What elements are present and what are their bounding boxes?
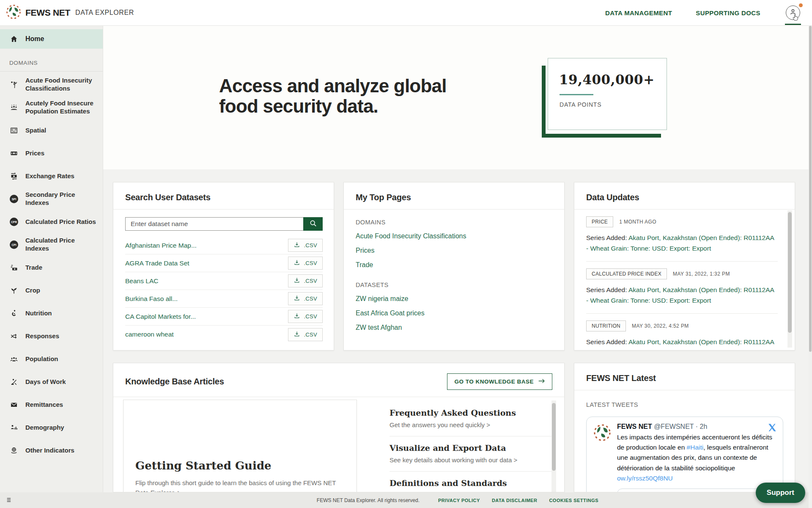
csv-download-button[interactable]: .CSV (288, 257, 323, 270)
search-icon (309, 219, 317, 229)
article-item-faq[interactable]: Frequently Asked Questions Get the answe… (390, 401, 551, 436)
card-scrollbar[interactable] (787, 210, 792, 348)
sidebar-item-home[interactable]: Home (0, 29, 103, 49)
sidebar-item-exchange-rates[interactable]: Exchange Rates (0, 165, 103, 188)
data-updates-title: Data Updates (586, 193, 639, 202)
sidebar-item-calculated-price-indexes[interactable]: CPI Calculated Price Indexes (0, 233, 103, 256)
knowledge-article-list: Frequently Asked Questions Get the answe… (390, 401, 551, 492)
article-item-visualize-export[interactable]: Visualize and Export Data See key detail… (390, 436, 551, 472)
sidebar-item-spatial[interactable]: Spatial (0, 119, 103, 142)
getting-started-guide-card[interactable]: Getting Started Guide Flip through this … (123, 400, 357, 492)
responses-icon (9, 332, 19, 340)
update-category-badge: NUTRITION (586, 320, 626, 331)
article-item-definitions-standards[interactable]: Definitions and Standards (390, 472, 551, 492)
x-logo-icon[interactable] (768, 423, 777, 434)
sidebar-item-trade[interactable]: Trade (0, 256, 103, 279)
footer-link-privacy-policy[interactable]: PRIVACY POLICY (438, 498, 480, 503)
footer-bar: FEWS NET Data Explorer. All rights reser… (0, 492, 812, 508)
dataset-row: AGRA Trade Data Set .CSV (125, 254, 323, 272)
data-points-stat-card: 19,400,000+ DATA POINTS (548, 58, 667, 130)
population-estimates-icon (9, 103, 19, 112)
stat-label: DATA POINTS (560, 101, 667, 108)
tweet-author[interactable]: FEWS NET (617, 423, 652, 430)
guide-cover-image (123, 400, 357, 459)
tweet-avatar-globe-logo (593, 424, 611, 443)
download-icon (294, 331, 300, 339)
dataset-row: CA Capitol Markets for... .CSV (125, 308, 323, 326)
nutrition-icon (9, 309, 19, 318)
tweet-embed-card[interactable]: FEWS NET USAID FROM THE AMERICAN PEOPLE (617, 489, 779, 492)
article-list-scrollbar[interactable] (551, 400, 556, 492)
sidebar-item-secondary-price-indexes[interactable]: SPI Secondary Price Indexes (0, 188, 103, 210)
tweet-hashtag[interactable]: #Haiti (687, 444, 704, 451)
trade-icon (9, 263, 19, 272)
banknote-icon (9, 149, 19, 157)
csv-download-button[interactable]: .CSV (288, 292, 323, 305)
search-user-datasets-card: Search User Datasets Afghanistan Price M… (113, 182, 334, 351)
sidebar-item-nutrition[interactable]: Nutrition (0, 302, 103, 325)
page-scrollbar[interactable] (809, 26, 812, 508)
nav-supporting-docs[interactable]: SUPPORTING DOCS (696, 9, 760, 17)
sidebar-item-calculated-price-ratios[interactable]: CPR Calculated Price Ratios (0, 210, 103, 233)
sidebar-item-acute-food-insecurity-classifications[interactable]: Acute Food Insecurity Classifications (0, 73, 103, 96)
footer-link-data-disclaimer[interactable]: DATA DISCLAIMER (492, 498, 538, 503)
support-button[interactable]: Support (756, 483, 805, 503)
latest-tweets-label: LATEST TWEETS (586, 401, 783, 408)
dataset-row: Burkina Faso all... .CSV (125, 290, 323, 308)
dataset-link[interactable]: Burkina Faso all... (125, 295, 178, 303)
search-card-title: Search User Datasets (125, 193, 211, 202)
download-icon (294, 259, 300, 267)
sidebar-item-remittances[interactable]: Remittances (0, 393, 103, 416)
tweet-card[interactable]: FEWS NET @FEWSNET · 2h Les impacts des i… (586, 417, 783, 492)
envelope-icon (9, 400, 19, 409)
dataset-row: cameroon wheat .CSV (125, 326, 323, 343)
demography-icon (9, 423, 19, 432)
csv-download-button[interactable]: .CSV (288, 310, 323, 323)
dataset-search-input[interactable] (125, 217, 303, 231)
sidebar-item-crop[interactable]: Crop (0, 279, 103, 302)
guide-description: Flip through this short guide to learn t… (135, 478, 340, 492)
list-icon[interactable] (5, 497, 11, 505)
csv-download-button[interactable]: .CSV (288, 239, 323, 252)
update-prefix: Series Added: (586, 338, 627, 345)
knowledge-base-title: Knowledge Base Articles (125, 377, 224, 387)
go-to-knowledge-base-button[interactable]: GO TO KNOWLEDGE BASE (447, 373, 552, 390)
dataset-link[interactable]: AGRA Trade Data Set (125, 260, 189, 267)
dataset-link[interactable]: Afghanistan Price Map... (125, 242, 197, 249)
notification-dot (799, 3, 803, 7)
dataset-link[interactable]: CA Capitol Markets for... (125, 313, 196, 320)
csv-download-button[interactable]: .CSV (288, 274, 323, 287)
sidebar-item-responses[interactable]: Responses (0, 325, 103, 348)
sidebar-item-prices[interactable]: Prices (0, 142, 103, 165)
dataset-link[interactable]: cameroon wheat (125, 331, 174, 338)
top-dataset-link-zw-nigeria-maize[interactable]: ZW nigeria maize (356, 295, 552, 303)
search-button[interactable] (303, 217, 323, 231)
top-pages-datasets-label: DATASETS (356, 282, 552, 288)
top-page-link-afic[interactable]: Acute Food Insecurity Classifications (356, 232, 552, 240)
sidebar-nav-list: Acute Food Insecurity Classifications Ac… (0, 72, 103, 462)
brand[interactable]: FEWS NET DATA EXPLORER (6, 4, 134, 21)
sidebar-item-other-indicators[interactable]: Other Indicators (0, 439, 103, 462)
sidebar-item-acutely-food-insecure-population-estimates[interactable]: Acutely Food Insecure Population Estimat… (0, 96, 103, 119)
people-icon (9, 355, 19, 363)
sidebar-item-population[interactable]: Population (0, 348, 103, 370)
sidebar-item-days-of-work[interactable]: Days of Work (0, 370, 103, 393)
top-page-link-trade[interactable]: Trade (356, 261, 552, 269)
stat-value: 19,400,000+ (559, 72, 667, 87)
active-nav-underline (785, 24, 801, 25)
csv-download-button[interactable]: .CSV (288, 328, 323, 341)
top-page-link-prices[interactable]: Prices (356, 247, 552, 254)
app-title: DATA EXPLORER (75, 9, 134, 17)
dataset-link[interactable]: Beans LAC (125, 277, 158, 285)
nav-data-management[interactable]: DATA MANAGEMENT (605, 9, 672, 17)
footer-link-cookies-settings[interactable]: COOKIES SETTINGS (549, 498, 598, 503)
main-content: Access and analyze global food security … (103, 26, 812, 508)
top-dataset-link-zw-test-afghan[interactable]: ZW test Afghan (356, 324, 552, 331)
hero-section: Access and analyze global food security … (103, 26, 812, 169)
sidebar-item-demography[interactable]: Demography (0, 416, 103, 439)
update-prefix: Series Added: (586, 286, 627, 293)
card-divider (113, 397, 564, 397)
top-dataset-link-east-africa-goat-prices[interactable]: East Africa Goat prices (356, 309, 552, 317)
exchange-rates-icon (9, 172, 19, 180)
tweet-link[interactable]: ow.ly/rssz50Qf8NU (617, 475, 673, 482)
